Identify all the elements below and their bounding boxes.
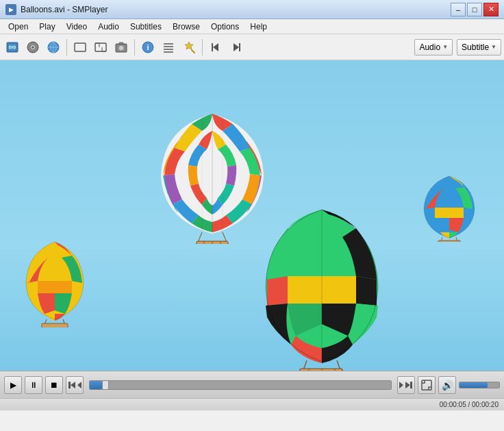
video-area xyxy=(0,60,504,371)
subtitle-dropdown[interactable]: Subtitle ▼ xyxy=(457,39,501,56)
screenshot-button[interactable] xyxy=(112,38,131,57)
playlist-button[interactable] xyxy=(159,38,178,57)
toolbar-separator-2 xyxy=(134,39,135,56)
play-button[interactable]: ▶ xyxy=(4,376,22,394)
menu-open[interactable]: Open xyxy=(3,21,34,33)
info-button[interactable]: i xyxy=(138,38,158,57)
time-separator: / xyxy=(466,401,472,408)
svg-rect-47 xyxy=(438,241,460,242)
menu-subtitles[interactable]: Subtitles xyxy=(125,21,167,33)
svg-rect-53 xyxy=(410,382,412,389)
toolbar: DVD xyxy=(0,34,504,60)
svg-marker-50 xyxy=(77,382,81,389)
menu-help[interactable]: Help xyxy=(244,21,273,33)
svg-marker-22 xyxy=(213,43,218,51)
stop-button[interactable]: ⏹ xyxy=(45,376,63,394)
svg-line-28 xyxy=(223,232,226,241)
prev-track-button[interactable] xyxy=(206,38,225,57)
svg-rect-10 xyxy=(75,43,86,51)
web-button[interactable] xyxy=(44,38,63,57)
toolbar-separator-3 xyxy=(202,39,203,56)
pause-button[interactable]: ⏸ xyxy=(25,376,42,394)
svg-rect-23 xyxy=(212,43,213,51)
menu-play[interactable]: Play xyxy=(34,21,60,33)
audio-dropdown-label: Audio xyxy=(419,42,440,52)
toolbar-separator-1 xyxy=(66,39,67,56)
svg-point-5 xyxy=(32,46,34,48)
audio-dropdown[interactable]: Audio ▼ xyxy=(414,39,453,56)
svg-line-21 xyxy=(192,50,194,53)
menu-options[interactable]: Options xyxy=(205,21,244,33)
disc-button[interactable] xyxy=(23,38,42,57)
svg-rect-44 xyxy=(42,323,68,328)
volume-fill xyxy=(459,382,488,388)
svg-marker-24 xyxy=(234,43,239,51)
minimize-button[interactable]: – xyxy=(451,3,466,16)
menu-browse[interactable]: Browse xyxy=(167,21,205,33)
audio-dropdown-arrow: ▼ xyxy=(442,44,448,50)
svg-line-27 xyxy=(199,232,202,241)
svg-rect-14 xyxy=(119,42,123,45)
titlebar: ▶ Balloons.avi - SMPlayer – □ ✕ xyxy=(0,0,504,19)
window-mode-button[interactable] xyxy=(71,38,90,57)
maximize-button[interactable]: □ xyxy=(467,3,482,16)
volume-bar[interactable] xyxy=(459,382,500,389)
svg-rect-54 xyxy=(422,380,431,390)
dvd-button[interactable]: DVD xyxy=(3,38,22,57)
svg-rect-25 xyxy=(239,43,240,51)
balloon-far-right xyxy=(421,173,477,244)
current-time: 00:00:05 xyxy=(440,401,466,408)
app-icon: ▶ xyxy=(5,4,16,15)
titlebar-left: ▶ Balloons.avi - SMPlayer xyxy=(5,4,108,15)
next-track-button[interactable] xyxy=(227,38,246,57)
svg-rect-38 xyxy=(300,369,342,371)
rewind-button[interactable] xyxy=(66,376,84,394)
svg-rect-49 xyxy=(68,382,71,389)
mute-button[interactable]: 🔊 xyxy=(438,376,456,394)
menubar: Open Play Video Audio Subtitles Browse O… xyxy=(0,19,504,34)
controls-bar: ▶ ⏸ ⏹ 🔊 xyxy=(0,371,504,398)
svg-marker-52 xyxy=(405,382,410,389)
fullscreen-toggle-button[interactable] xyxy=(418,376,436,394)
status-bar: 00:00:05 / 00:00:20 xyxy=(0,398,504,410)
fast-forward-button[interactable] xyxy=(397,376,415,394)
menu-audio[interactable]: Audio xyxy=(92,21,125,33)
progress-bar[interactable] xyxy=(89,380,392,390)
svg-marker-48 xyxy=(71,382,75,389)
window-title: Balloons.avi - SMPlayer xyxy=(21,5,108,14)
balloon-left xyxy=(21,238,89,330)
menu-video[interactable]: Video xyxy=(61,21,92,33)
time-display: 00:00:05 / 00:00:20 xyxy=(440,401,499,408)
fullscreen-button[interactable] xyxy=(91,38,110,57)
preferences-button[interactable] xyxy=(179,38,199,57)
svg-point-13 xyxy=(119,45,124,50)
progress-fill xyxy=(90,381,102,389)
svg-text:DVD: DVD xyxy=(9,45,16,49)
titlebar-controls: – □ ✕ xyxy=(451,3,499,16)
subtitle-dropdown-arrow: ▼ xyxy=(491,44,496,50)
balloon-right xyxy=(247,204,397,371)
svg-text:i: i xyxy=(147,43,149,51)
subtitle-dropdown-label: Subtitle xyxy=(462,42,489,52)
total-time: 00:00:20 xyxy=(472,401,499,408)
svg-rect-11 xyxy=(95,43,106,51)
close-button[interactable]: ✕ xyxy=(483,3,499,16)
progress-thumb[interactable] xyxy=(102,380,109,390)
svg-marker-51 xyxy=(399,382,403,389)
